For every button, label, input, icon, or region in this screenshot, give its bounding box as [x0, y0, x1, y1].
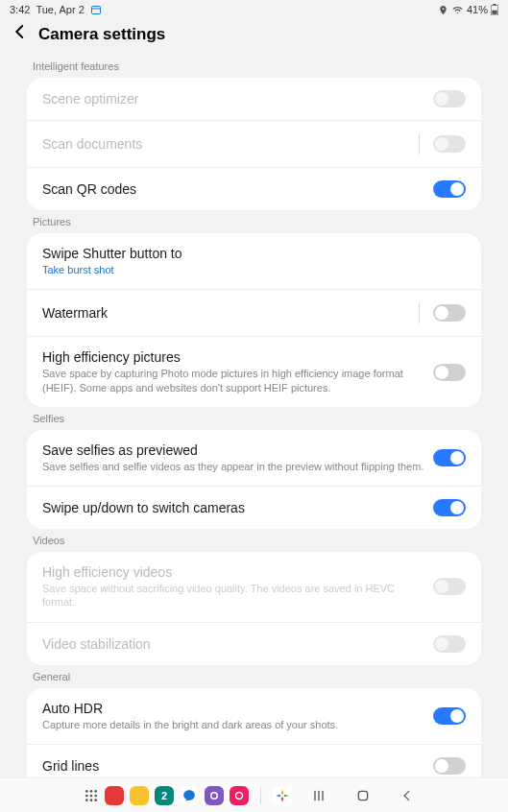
divider	[419, 133, 420, 155]
toggle-watermark[interactable]	[433, 304, 466, 322]
sub-auto-hdr: Capture more details in the bright and d…	[42, 718, 425, 731]
battery-icon	[491, 4, 498, 15]
row-high-eff-videos: High efficiency videos Save space withou…	[27, 552, 481, 623]
label-scene-optimizer: Scene optimizer	[42, 91, 425, 107]
row-high-eff-pictures[interactable]: High efficiency pictures Save space by c…	[27, 337, 481, 407]
svg-rect-0	[91, 7, 100, 14]
taskbar-separator	[260, 787, 261, 804]
wifi-icon	[451, 5, 464, 15]
row-watermark[interactable]: Watermark	[27, 290, 481, 337]
toggle-high-eff-pictures[interactable]	[433, 364, 466, 381]
sub-high-eff-pictures: Save space by capturing Photo mode pictu…	[42, 367, 425, 394]
toggle-grid-lines[interactable]	[433, 757, 466, 775]
app-icon-4[interactable]	[180, 786, 199, 805]
label-save-previewed: Save selfies as previewed	[42, 442, 425, 458]
status-date: Tue, Apr 2	[36, 4, 84, 15]
app-icon-3[interactable]: 2	[155, 786, 174, 805]
section-header-pictures: Pictures	[27, 210, 481, 233]
app-icon-7[interactable]	[273, 786, 292, 805]
nav-back[interactable]	[390, 789, 424, 802]
row-scene-optimizer[interactable]: Scene optimizer	[27, 78, 481, 121]
card-general: Auto HDR Capture more details in the bri…	[27, 688, 481, 784]
svg-point-6	[90, 790, 93, 793]
label-grid-lines: Grid lines	[42, 758, 425, 774]
svg-point-5	[85, 790, 88, 793]
svg-point-13	[94, 799, 97, 801]
nav-home[interactable]	[346, 788, 380, 803]
label-scan-documents: Scan documents	[42, 136, 411, 152]
toggle-video-stabilization	[433, 635, 466, 653]
svg-point-10	[94, 794, 97, 797]
svg-point-15	[212, 793, 217, 798]
settings-scroll[interactable]: Intelligent features Scene optimizer Sca…	[0, 55, 508, 784]
card-pictures: Swipe Shutter button to Take burst shot …	[27, 233, 481, 407]
section-header-videos: Videos	[27, 529, 481, 552]
toggle-swipe-switch[interactable]	[433, 499, 466, 516]
svg-rect-3	[494, 4, 496, 6]
svg-point-12	[90, 799, 93, 801]
toggle-auto-hdr[interactable]	[433, 707, 466, 725]
status-time: 3:42	[10, 4, 30, 15]
nav-recents[interactable]	[302, 788, 336, 803]
app-icon-1[interactable]	[105, 786, 124, 805]
section-header-intelligent: Intelligent features	[27, 55, 481, 78]
toggle-high-eff-videos	[433, 578, 466, 595]
section-header-general: General	[27, 665, 481, 688]
svg-point-11	[85, 799, 88, 801]
app-icon-2[interactable]	[130, 786, 149, 805]
label-video-stabilization: Video stabilization	[42, 636, 425, 652]
row-scan-qr[interactable]: Scan QR codes	[27, 168, 481, 210]
label-auto-hdr: Auto HDR	[42, 701, 425, 716]
app-icon-6[interactable]	[230, 786, 249, 805]
divider	[419, 302, 420, 323]
svg-rect-4	[492, 11, 496, 14]
toggle-save-previewed[interactable]	[433, 449, 466, 466]
row-auto-hdr[interactable]: Auto HDR Capture more details in the bri…	[27, 688, 481, 745]
status-bar: 3:42 Tue, Apr 2 41%	[0, 0, 508, 17]
row-swipe-switch[interactable]: Swipe up/down to switch cameras	[27, 487, 481, 529]
label-watermark: Watermark	[42, 305, 411, 321]
sub-save-previewed: Save selfies and selfie videos as they a…	[42, 460, 425, 473]
row-scan-documents[interactable]: Scan documents	[27, 121, 481, 168]
page-title: Camera settings	[38, 25, 165, 44]
section-header-selfies: Selfies	[27, 407, 481, 430]
app-drawer-icon[interactable]	[84, 788, 99, 803]
battery-percent: 41%	[467, 4, 488, 15]
value-swipe-shutter: Take burst shot	[42, 263, 466, 276]
svg-point-9	[90, 794, 93, 797]
svg-point-8	[85, 794, 88, 797]
card-selfies: Save selfies as previewed Save selfies a…	[27, 430, 481, 529]
svg-point-16	[236, 792, 243, 799]
card-intelligent: Scene optimizer Scan documents Scan QR c…	[27, 78, 481, 210]
card-videos: High efficiency videos Save space withou…	[27, 552, 481, 665]
page-header: Camera settings	[0, 17, 508, 55]
label-swipe-switch: Swipe up/down to switch cameras	[42, 500, 425, 515]
app-icon-5[interactable]	[205, 786, 224, 805]
label-scan-qr: Scan QR codes	[42, 181, 425, 197]
back-button[interactable]	[12, 23, 29, 45]
label-swipe-shutter: Swipe Shutter button to	[42, 246, 466, 261]
svg-rect-20	[358, 791, 367, 800]
row-video-stabilization: Video stabilization	[27, 623, 481, 665]
label-high-eff-pictures: High efficiency pictures	[42, 349, 425, 365]
row-save-previewed[interactable]: Save selfies as previewed Save selfies a…	[27, 430, 481, 487]
sub-high-eff-videos: Save space without sacrificing video qua…	[42, 582, 425, 609]
svg-point-7	[94, 790, 97, 793]
taskbar: 2	[0, 777, 508, 812]
label-high-eff-videos: High efficiency videos	[42, 564, 425, 580]
calendar-icon	[90, 4, 102, 15]
toggle-scan-documents[interactable]	[433, 135, 466, 153]
toggle-scan-qr[interactable]	[433, 180, 466, 198]
location-icon	[438, 5, 448, 15]
row-swipe-shutter[interactable]: Swipe Shutter button to Take burst shot	[27, 233, 481, 290]
toggle-scene-optimizer[interactable]	[433, 90, 466, 107]
